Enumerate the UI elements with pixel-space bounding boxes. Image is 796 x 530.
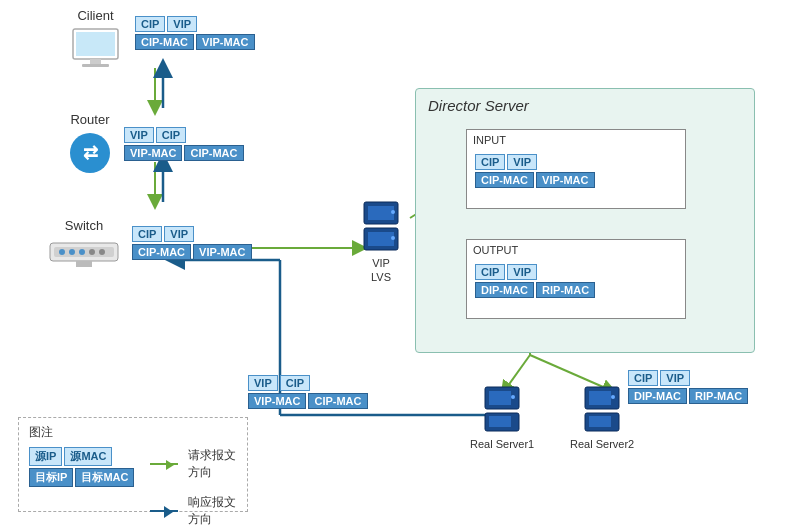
client-vip: VIP [167, 16, 197, 32]
director-box: Director Server INPUT CIP VIP CIP-MAC VI… [415, 88, 755, 353]
svg-point-25 [89, 249, 95, 255]
client-group: Cilient CIP VIP CIP-MAC VIP-MAC [68, 8, 255, 69]
svg-rect-16 [90, 59, 101, 64]
real-server2-icon [583, 385, 621, 435]
legend-source-mac: 源MAC [64, 447, 112, 466]
svg-point-33 [391, 236, 395, 240]
legend-title: 图注 [29, 424, 237, 441]
svg-rect-35 [489, 391, 511, 405]
svg-text:⇄: ⇄ [83, 143, 98, 163]
response-pkt-group: VIP CIP VIP-MAC CIP-MAC [248, 375, 368, 409]
resp-cipmac: CIP-MAC [308, 393, 367, 409]
legend-green-arrow [150, 463, 177, 465]
real-server1-label: Real Server1 [470, 438, 534, 450]
input-vip: VIP [507, 154, 537, 170]
output-ripmac: RIP-MAC [536, 282, 595, 298]
legend-blue-arrow [150, 510, 177, 512]
vip-label: VIP [372, 257, 390, 269]
rs2-cip: CIP [628, 370, 658, 386]
output-box: OUTPUT CIP VIP DIP-MAC RIP-MAC [466, 239, 686, 319]
router-vipmac: VIP-MAC [124, 145, 182, 161]
svg-point-41 [611, 395, 615, 399]
switch-vipmac: VIP-MAC [193, 244, 251, 260]
director-title: Director Server [428, 97, 754, 114]
svg-point-36 [511, 395, 515, 399]
input-title: INPUT [473, 134, 685, 146]
svg-rect-40 [589, 391, 611, 405]
switch-icon [48, 235, 120, 267]
real-server2-group: Real Server2 [570, 385, 634, 450]
resp-cip: CIP [280, 375, 310, 391]
client-label: Cilient [77, 8, 113, 23]
output-title: OUTPUT [473, 244, 685, 256]
lvs-icon [360, 200, 402, 255]
legend-source-ip: 源IP [29, 447, 62, 466]
real-server1-icon [483, 385, 521, 435]
svg-rect-31 [368, 232, 394, 246]
svg-rect-15 [76, 32, 115, 56]
svg-point-24 [79, 249, 85, 255]
svg-point-26 [99, 249, 105, 255]
router-icon: ⇄ [68, 131, 112, 175]
switch-label: Switch [65, 218, 103, 233]
legend-green-text: 请求报文方向 [188, 447, 237, 481]
legend-dest-mac: 目标MAC [75, 468, 134, 487]
svg-rect-17 [82, 64, 109, 67]
input-box: INPUT CIP VIP CIP-MAC VIP-MAC [466, 129, 686, 209]
client-icon [68, 27, 123, 69]
switch-cip: CIP [132, 226, 162, 242]
lvs-label: LVS [371, 271, 391, 283]
legend-box: 图注 源IP 源MAC 目标IP 目标MAC 请求报文方向 [18, 417, 248, 512]
switch-group: Switch CIP VIP CIP-MAC VIP-MAC [48, 218, 252, 267]
legend-dest-ip: 目标IP [29, 468, 73, 487]
diagram: Cilient CIP VIP CIP-MAC VIP-MAC Router [0, 0, 796, 530]
output-vip: VIP [507, 264, 537, 280]
real-server1-group: Real Server1 [470, 385, 534, 450]
client-cip: CIP [135, 16, 165, 32]
resp-vipmac: VIP-MAC [248, 393, 306, 409]
real-server2-pkt-group: CIP VIP DIP-MAC RIP-MAC [628, 370, 748, 404]
rs2-vip: VIP [660, 370, 690, 386]
rs2-dipmac: DIP-MAC [628, 388, 687, 404]
output-cip: CIP [475, 264, 505, 280]
svg-point-22 [59, 249, 65, 255]
svg-point-23 [69, 249, 75, 255]
router-label: Router [70, 112, 109, 127]
real-server2-label: Real Server2 [570, 438, 634, 450]
lvs-group: VIP LVS [360, 200, 402, 283]
switch-vip: VIP [164, 226, 194, 242]
rs2-ripmac: RIP-MAC [689, 388, 748, 404]
switch-cipmac: CIP-MAC [132, 244, 191, 260]
client-cipmac: CIP-MAC [135, 34, 194, 50]
svg-point-32 [391, 210, 395, 214]
svg-rect-38 [489, 416, 511, 427]
svg-rect-29 [368, 206, 394, 220]
legend-blue-text: 响应报文方向 [188, 494, 237, 528]
input-cip: CIP [475, 154, 505, 170]
client-vipmac: VIP-MAC [196, 34, 254, 50]
router-cipmac: CIP-MAC [184, 145, 243, 161]
router-cip: CIP [156, 127, 186, 143]
resp-vip: VIP [248, 375, 278, 391]
router-group: Router ⇄ VIP CIP VIP-MAC CIP-MAC [68, 112, 244, 175]
svg-rect-27 [76, 261, 92, 267]
svg-rect-43 [589, 416, 611, 427]
input-cipmac: CIP-MAC [475, 172, 534, 188]
input-vipmac: VIP-MAC [536, 172, 594, 188]
output-dipmac: DIP-MAC [475, 282, 534, 298]
router-vip: VIP [124, 127, 154, 143]
